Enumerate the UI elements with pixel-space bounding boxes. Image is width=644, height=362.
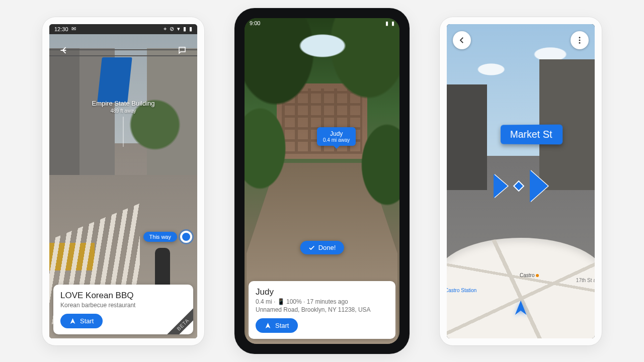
signal-icon: ▮ bbox=[385, 20, 388, 27]
phone-2: 9:00 ▮ ▮ Judy 0.4 mi away Done! Judy 0.4… bbox=[234, 8, 410, 354]
done-label: Done! bbox=[318, 244, 336, 251]
navigation-icon bbox=[69, 318, 76, 324]
card-meta: 0.4 mi · 📱 100% · 17 minutes ago bbox=[256, 298, 388, 305]
minimap[interactable]: Castro Station Castro 17th St and bbox=[447, 238, 595, 338]
status-bar: 9:00 ▮ ▮ bbox=[245, 18, 399, 28]
overflow-menu-button[interactable] bbox=[571, 31, 589, 49]
this-way-label: This way bbox=[143, 232, 177, 242]
navigation-arrow-icon bbox=[512, 299, 529, 316]
minimap-side-label: 17th St and bbox=[576, 278, 595, 283]
arrow-left-icon bbox=[457, 36, 466, 45]
diamond-icon bbox=[513, 180, 525, 192]
person-pin-distance: 0.4 mi away bbox=[323, 137, 350, 143]
wifi-icon: ▾ bbox=[177, 26, 180, 32]
chevron-right-icon bbox=[494, 174, 508, 198]
top-actions bbox=[49, 37, 197, 63]
status-bar: 12:30 ✉ ⌖ ⊘ ▾ ▮ ▮ bbox=[49, 24, 197, 34]
start-button-label: Start bbox=[80, 317, 94, 325]
ar-direction-arrows bbox=[494, 170, 548, 202]
minimap-station-label: Castro Station bbox=[447, 288, 476, 293]
start-button[interactable]: Start bbox=[256, 318, 298, 333]
done-pill[interactable]: Done! bbox=[300, 241, 344, 254]
direction-dot-icon bbox=[180, 231, 192, 243]
person-card[interactable]: Judy 0.4 mi · 📱 100% · 17 minutes ago Un… bbox=[249, 281, 395, 339]
feedback-button[interactable] bbox=[173, 41, 191, 59]
chevron-right-icon bbox=[530, 170, 548, 202]
card-title: Judy bbox=[256, 287, 388, 297]
location-icon: ⌖ bbox=[164, 26, 167, 32]
phone-3: Market St Castro Station Castro 17th St … bbox=[440, 17, 602, 345]
more-vert-icon bbox=[575, 36, 584, 45]
battery-icon: ▮ bbox=[391, 20, 394, 27]
poi-dot-icon bbox=[536, 274, 539, 277]
back-button[interactable] bbox=[55, 41, 73, 59]
minimap-poi-label: Castro bbox=[520, 273, 539, 278]
this-way-indicator: This way bbox=[143, 231, 192, 243]
status-time: 12:30 bbox=[54, 26, 68, 32]
arrow-left-icon bbox=[59, 45, 69, 55]
signal-icon: ▮ bbox=[183, 26, 186, 32]
screen-1: 12:30 ✉ ⌖ ⊘ ▾ ▮ ▮ Empire State Building … bbox=[49, 24, 197, 338]
svg-point-2 bbox=[579, 42, 581, 43]
ar-destination-label: Empire State Building 489 ft away bbox=[92, 100, 154, 147]
navigation-icon bbox=[265, 322, 271, 329]
status-time: 9:00 bbox=[250, 20, 260, 26]
ar-dest-line bbox=[123, 117, 123, 147]
mail-icon: ✉ bbox=[71, 26, 76, 32]
svg-point-0 bbox=[579, 37, 581, 38]
card-address: Unnamed Road, Brooklyn, NY 11238, USA bbox=[256, 306, 388, 313]
card-title: LOVE Korean BBQ bbox=[60, 291, 186, 301]
ar-dest-distance: 489 ft away bbox=[92, 108, 154, 114]
svg-point-1 bbox=[579, 39, 581, 41]
chat-bubble-icon bbox=[178, 46, 187, 55]
card-subtitle: Korean barbecue restaurant bbox=[60, 302, 186, 309]
destination-card[interactable]: LOVE Korean BBQ Korean barbecue restaura… bbox=[53, 285, 193, 334]
battery-icon: ▮ bbox=[189, 26, 192, 32]
person-pin[interactable]: Judy 0.4 mi away bbox=[317, 127, 356, 146]
screen-3: Market St Castro Station Castro 17th St … bbox=[447, 24, 595, 338]
start-button-label: Start bbox=[275, 322, 289, 329]
check-icon bbox=[308, 244, 315, 251]
start-button[interactable]: Start bbox=[60, 314, 103, 328]
ar-street-sign: Market St bbox=[501, 124, 562, 144]
screen-2: 9:00 ▮ ▮ Judy 0.4 mi away Done! Judy 0.4… bbox=[245, 18, 399, 344]
phone-1: 12:30 ✉ ⌖ ⊘ ▾ ▮ ▮ Empire State Building … bbox=[42, 17, 204, 345]
person-pin-name: Judy bbox=[323, 130, 350, 137]
top-actions bbox=[447, 27, 595, 53]
dnd-icon: ⊘ bbox=[170, 26, 174, 32]
back-button[interactable] bbox=[453, 31, 471, 49]
minimap-heading-arrow bbox=[512, 299, 529, 318]
ar-dest-name: Empire State Building bbox=[92, 100, 154, 107]
